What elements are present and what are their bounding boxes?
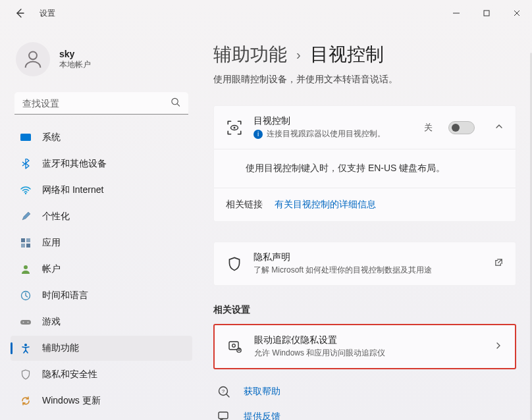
eyecontrol-details-link[interactable]: 有关目视控制的详细信息 xyxy=(275,199,376,211)
svg-point-16 xyxy=(233,126,235,128)
sidebar-item-label: 辅助功能 xyxy=(42,342,79,354)
feedback-icon xyxy=(217,410,232,420)
profile-name: sky xyxy=(59,49,91,59)
eye-tracker-privacy-card[interactable]: 眼动追踪仪隐私设置 允许 Windows 和应用访问眼动追踪仪 xyxy=(213,324,516,369)
globe-clock-icon xyxy=(20,290,32,302)
sidebar-item-windows-update[interactable]: Windows 更新 xyxy=(11,388,192,413)
external-link-icon xyxy=(494,257,504,270)
apps-icon xyxy=(20,237,32,249)
brush-icon xyxy=(20,211,32,223)
svg-point-13 xyxy=(28,322,29,323)
svg-rect-3 xyxy=(20,134,31,141)
sidebar-item-bluetooth[interactable]: 蓝牙和其他设备 xyxy=(11,151,192,176)
eyecontrol-toggle[interactable] xyxy=(448,121,475,134)
help-icon: ? xyxy=(217,385,232,398)
shield-outline-icon xyxy=(226,257,243,271)
maximize-button[interactable] xyxy=(471,3,502,24)
chevron-up-icon xyxy=(494,122,504,134)
chevron-right-icon: › xyxy=(296,47,301,63)
related-settings-head: 相关设置 xyxy=(213,304,516,316)
breadcrumb-current: 目视控制 xyxy=(310,42,384,67)
sidebar-item-apps[interactable]: 应用 xyxy=(11,230,192,255)
sidebar-item-privacy[interactable]: 隐私和安全性 xyxy=(11,362,192,387)
privacy-card[interactable]: 隐私声明 了解 Microsoft 如何处理你的目视控制数据及其用途 xyxy=(213,242,516,286)
eyecontrol-sub: 连接目视跟踪器以使用目视控制。 xyxy=(267,128,385,140)
sidebar-item-label: 帐户 xyxy=(42,263,61,275)
eyecontrol-note: 使用目视控制键入时，仅支持 EN-US 键盘布局。 xyxy=(214,149,516,188)
svg-text:?: ? xyxy=(222,388,225,394)
sidebar-item-label: 游戏 xyxy=(42,316,61,328)
svg-point-14 xyxy=(24,344,27,346)
svg-rect-11 xyxy=(20,320,31,325)
sidebar: sky 本地帐户 系统 蓝牙和其他设备 xyxy=(0,26,198,420)
toggle-state-label: 关 xyxy=(424,122,433,134)
sidebar-item-label: 应用 xyxy=(42,237,61,249)
svg-rect-6 xyxy=(26,238,30,242)
back-button[interactable] xyxy=(13,7,26,20)
svg-point-12 xyxy=(23,322,24,323)
sidebar-item-label: Windows 更新 xyxy=(42,395,101,407)
window-title: 设置 xyxy=(40,8,55,19)
privacy-sub: 了解 Microsoft 如何处理你的目视控制数据及其用途 xyxy=(253,265,432,276)
sidebar-item-accessibility[interactable]: 辅助功能 xyxy=(11,336,192,361)
close-button[interactable] xyxy=(502,3,532,24)
svg-rect-17 xyxy=(229,342,238,350)
sidebar-item-label: 隐私和安全性 xyxy=(42,369,97,381)
main-content: 辅助功能 › 目视控制 使用眼睛控制设备，并使用文本转语音说话。 目视控制 i … xyxy=(198,26,532,420)
svg-point-2 xyxy=(172,98,178,104)
svg-rect-8 xyxy=(26,244,30,248)
person-icon xyxy=(20,263,32,275)
svg-point-4 xyxy=(25,193,26,194)
sidebar-item-label: 时间和语言 xyxy=(42,290,88,302)
sidebar-item-gaming[interactable]: 游戏 xyxy=(11,309,192,334)
svg-point-18 xyxy=(232,344,236,347)
info-icon: i xyxy=(253,130,263,139)
sidebar-item-label: 蓝牙和其他设备 xyxy=(42,158,107,170)
sidebar-item-system[interactable]: 系统 xyxy=(11,125,192,150)
eyecontrol-title: 目视控制 xyxy=(253,115,413,127)
svg-point-9 xyxy=(24,265,28,269)
feedback-link[interactable]: 提供反馈 xyxy=(213,410,516,420)
svg-rect-23 xyxy=(219,412,228,419)
get-help-label: 获取帮助 xyxy=(244,386,280,398)
shield-icon xyxy=(20,369,32,381)
eyecontrol-toggle-row[interactable]: 目视控制 i 连接目视跟踪器以使用目视控制。 关 xyxy=(214,106,516,149)
minimize-button[interactable] xyxy=(441,3,471,24)
titlebar: 设置 xyxy=(0,0,532,26)
get-help-link[interactable]: ? 获取帮助 xyxy=(213,385,516,398)
bluetooth-icon xyxy=(20,158,32,170)
wifi-icon xyxy=(20,184,32,196)
breadcrumb: 辅助功能 › 目视控制 xyxy=(213,42,516,67)
tracker-title: 眼动追踪仪隐私设置 xyxy=(254,334,474,346)
sidebar-item-network[interactable]: 网络和 Internet xyxy=(11,178,192,203)
search-icon xyxy=(171,97,180,110)
avatar xyxy=(16,42,50,76)
svg-rect-0 xyxy=(484,11,489,16)
chevron-right-icon xyxy=(494,341,503,353)
sidebar-item-accounts[interactable]: 帐户 xyxy=(11,257,192,282)
search-wrap xyxy=(14,92,188,115)
profile-sub: 本地帐户 xyxy=(59,59,91,70)
sidebar-item-label: 个性化 xyxy=(42,211,70,223)
system-icon xyxy=(20,132,32,144)
sidebar-item-label: 网络和 Internet xyxy=(42,184,103,196)
privacy-title: 隐私声明 xyxy=(253,251,483,263)
breadcrumb-parent[interactable]: 辅助功能 xyxy=(213,42,287,67)
svg-rect-7 xyxy=(21,244,25,248)
nav-list: 系统 蓝牙和其他设备 网络和 Internet 个性化 应用 xyxy=(11,125,192,413)
related-links-row: 相关链接 有关目视控制的详细信息 xyxy=(214,188,516,221)
eye-scan-icon xyxy=(226,119,243,136)
tracker-sub: 允许 Windows 和应用访问眼动追踪仪 xyxy=(254,348,385,359)
gamepad-icon xyxy=(20,316,32,328)
accessibility-icon xyxy=(20,342,32,354)
window-controls xyxy=(441,3,532,24)
feedback-label: 提供反馈 xyxy=(244,411,280,420)
profile-block[interactable]: sky 本地帐户 xyxy=(11,37,192,87)
sidebar-item-label: 系统 xyxy=(42,132,61,144)
help-list: ? 获取帮助 提供反馈 xyxy=(213,385,516,420)
sidebar-item-time-language[interactable]: 时间和语言 xyxy=(11,283,192,308)
search-input[interactable] xyxy=(14,92,188,115)
sidebar-item-personalization[interactable]: 个性化 xyxy=(11,204,192,229)
svg-rect-5 xyxy=(21,238,25,242)
eyecontrol-card: 目视控制 i 连接目视跟踪器以使用目视控制。 关 使用目视控制键入时，仅支持 E… xyxy=(213,105,516,222)
